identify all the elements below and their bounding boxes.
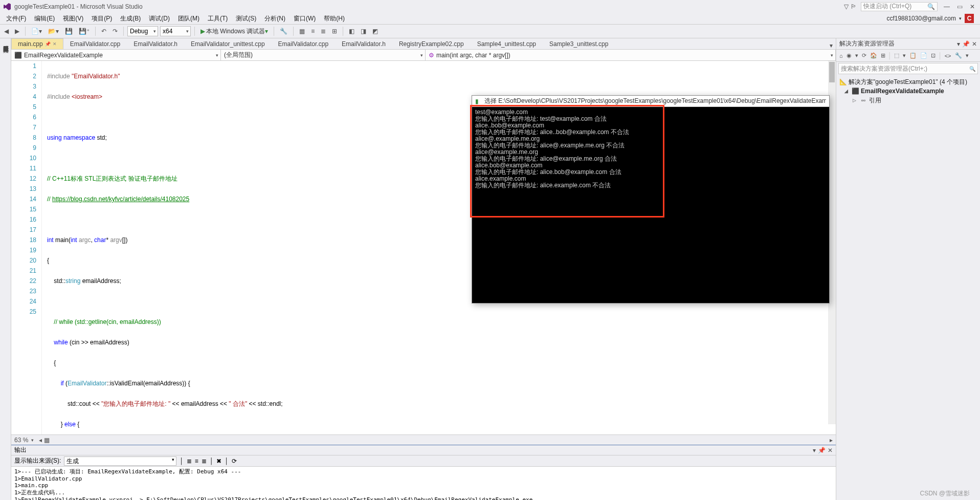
zoom-value[interactable]: 63 % <box>14 437 28 444</box>
nav-back-button[interactable]: ◀ <box>2 27 11 36</box>
tab-emailvalidator-h2[interactable]: EmailValidator.h <box>335 38 392 49</box>
tabs-overflow-icon[interactable]: ▾ <box>827 42 836 49</box>
tab-emailvalidator-cpp2[interactable]: EmailValidator.cpp <box>272 38 336 49</box>
tab-sample3[interactable]: Sample3_unittest.cpp <box>543 38 615 49</box>
output-pin-icon[interactable]: 📌 <box>818 447 826 454</box>
run-button[interactable]: ▶ 本地 Windows 调试器 ▾ <box>198 26 270 37</box>
toolbar-icon-3[interactable]: ≡ <box>309 27 317 36</box>
menu-debug[interactable]: 调试(D) <box>145 13 174 24</box>
save-all-button[interactable]: 💾⁺ <box>77 27 92 36</box>
solution-icon: 📐 <box>839 78 847 85</box>
output-tb-3[interactable]: ≣ <box>202 458 207 465</box>
save-button[interactable]: 💾 <box>63 27 75 36</box>
nav-scope[interactable]: ⬛EmailRegexValidateExample <box>11 50 221 60</box>
menu-project[interactable]: 项目(P) <box>87 13 116 24</box>
output-dropdown-icon[interactable]: ▾ <box>813 447 816 454</box>
output-close-icon[interactable]: ✕ <box>828 447 833 454</box>
solution-tree[interactable]: 📐解决方案"googleTestExample01" (4 个项目) ◢⬛Ema… <box>836 75 980 107</box>
expand-icon[interactable]: ◢ <box>844 89 850 94</box>
menu-window[interactable]: 窗口(W) <box>289 13 320 24</box>
output-title: 输出 <box>14 446 27 454</box>
sol-pin-icon[interactable]: 📌 <box>962 40 970 48</box>
tab-sample4[interactable]: Sample4_unittest.cpp <box>471 38 543 49</box>
toolbar-icon-7[interactable]: ◨ <box>359 27 368 36</box>
menubar: 文件(F) 编辑(E) 视图(V) 项目(P) 生成(B) 调试(D) 团队(M… <box>0 13 980 24</box>
sol-tb-11[interactable]: ▾ <box>965 51 970 60</box>
menu-tools[interactable]: 工具(T) <box>204 13 232 24</box>
sol-dropdown-icon[interactable]: ▾ <box>957 40 960 48</box>
sol-tb-8[interactable]: 📄 <box>919 51 928 60</box>
refs-icon: ▫▫ <box>860 97 867 104</box>
undo-button[interactable]: ↶ <box>99 27 108 36</box>
sol-tb-3[interactable]: 🏠 <box>869 51 878 60</box>
solution-root[interactable]: 解决方案"googleTestExample01" (4 个项目) <box>849 78 967 86</box>
sol-tb-4[interactable]: ⊞ <box>880 51 886 60</box>
menu-file[interactable]: 文件(F) <box>2 13 30 24</box>
sol-wrench-icon[interactable]: 🔧 <box>954 51 963 60</box>
config-combo[interactable]: Debug <box>127 26 158 36</box>
redo-button[interactable]: ↷ <box>110 27 120 36</box>
output-tb-5[interactable]: ⟳ <box>232 458 237 465</box>
tab-registryexample[interactable]: RegistryExample02.cpp <box>392 38 471 49</box>
sol-tb-6[interactable]: ▾ <box>902 51 907 60</box>
sol-home-icon[interactable]: ⌂ <box>838 52 844 60</box>
tab-emailvalidator-unittest[interactable]: EmailValidator_unittest.cpp <box>184 38 272 49</box>
output-tb-2[interactable]: ≡ <box>195 458 198 465</box>
notification-icons[interactable]: ▽🏳 <box>844 3 857 10</box>
menu-edit[interactable]: 编辑(E) <box>30 13 59 24</box>
tab-emailvalidator-h[interactable]: EmailValidator.h <box>127 38 184 49</box>
sol-tb-5[interactable]: ⬚ <box>893 51 900 60</box>
toolbar-icon-2[interactable]: ▦ <box>297 27 307 36</box>
sol-refresh-icon[interactable]: ⟳ <box>861 51 867 60</box>
close-tab-icon[interactable]: ✕ <box>53 41 57 47</box>
toolbar-icon-4[interactable]: ≣ <box>319 27 328 36</box>
console-window[interactable]: ▮ 选择 E:\SoftDevelop\CPlus\VS2017Projects… <box>472 95 830 303</box>
output-body[interactable]: 1>--- 已启动生成: 项目: EmailRegexValidateExamp… <box>11 467 836 500</box>
toolbar-icon-6[interactable]: ◧ <box>347 27 357 36</box>
solution-search[interactable]: 搜索解决方案资源管理器(Ctrl+;) <box>838 63 978 74</box>
maximize-button[interactable]: ▭ <box>955 2 965 11</box>
avatar[interactable]: C <box>965 14 974 23</box>
project-node[interactable]: EmailRegexValidateExample <box>861 88 944 95</box>
refs-node[interactable]: 引用 <box>869 96 881 105</box>
editor-tabs: main.cpp📌✕ EmailValidator.cpp EmailValid… <box>11 38 836 50</box>
search-icon: 🔍 <box>927 3 935 10</box>
new-item-button[interactable]: 📄▾ <box>29 27 44 36</box>
close-button[interactable]: ✕ <box>968 2 977 11</box>
nav-function[interactable]: ⚙main(int argc, char * argv[]) <box>426 50 836 60</box>
minimize-button[interactable]: — <box>942 2 952 11</box>
nav-forward-button[interactable]: ▶ <box>13 27 21 36</box>
open-button[interactable]: 📂▾ <box>46 27 61 36</box>
platform-combo[interactable]: x64 <box>160 26 191 36</box>
sol-tb-10[interactable]: <> <box>944 52 952 60</box>
account-email[interactable]: ccf19881030@gmail.com <box>886 15 956 22</box>
sol-tb-7[interactable]: 📋 <box>908 51 918 60</box>
menu-team[interactable]: 团队(M) <box>174 13 204 24</box>
sol-tb-2[interactable]: ▾ <box>854 51 859 60</box>
solution-title: 解决方案资源管理器 <box>839 39 895 48</box>
menu-view[interactable]: 视图(V) <box>59 13 87 24</box>
toolbar-icon-5[interactable]: ⊞ <box>330 27 339 36</box>
console-titlebar[interactable]: ▮ 选择 E:\SoftDevelop\CPlus\VS2017Projects… <box>472 96 829 107</box>
sol-close-icon[interactable]: ✕ <box>972 40 977 48</box>
menu-analyze[interactable]: 分析(N) <box>260 13 289 24</box>
menu-test[interactable]: 测试(S) <box>232 13 260 24</box>
output-tb-1[interactable]: ≣ <box>187 458 192 465</box>
toolbar-icon-8[interactable]: ◩ <box>370 27 380 36</box>
sol-tb-9[interactable]: ⊡ <box>930 51 937 60</box>
nav-range[interactable]: (全局范围) <box>221 50 426 60</box>
quick-launch-input[interactable]: 快速启动 (Ctrl+Q) 🔍 <box>861 2 938 11</box>
code-nav-bar: ⬛EmailRegexValidateExample (全局范围) ⚙main(… <box>11 50 836 61</box>
menu-help[interactable]: 帮助(H) <box>320 13 349 24</box>
console-body[interactable]: test@example.com您输入的电子邮件地址: test@example… <box>472 107 829 191</box>
sidebar-toolbox[interactable]: 服务器资源管理器 工具箱 <box>0 38 11 500</box>
toolbar-icon-1[interactable]: 🔧 <box>278 27 289 36</box>
sol-tb-1[interactable]: ◉ <box>845 51 853 60</box>
tab-emailvalidator-cpp[interactable]: EmailValidator.cpp <box>63 38 127 49</box>
expand-icon[interactable]: ▷ <box>853 98 858 103</box>
output-tb-4[interactable]: ✖ <box>216 458 221 465</box>
output-source-combo[interactable]: 生成 <box>64 456 176 466</box>
tab-main-cpp[interactable]: main.cpp📌✕ <box>11 38 63 49</box>
menu-build[interactable]: 生成(B) <box>116 13 145 24</box>
pin-icon[interactable]: 📌 <box>45 41 51 47</box>
